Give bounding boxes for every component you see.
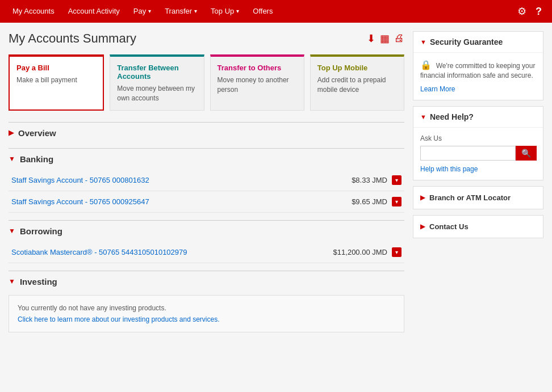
overview-section: ▶ Overview bbox=[9, 122, 404, 144]
investing-empty-link[interactable]: Click here to learn more about our inves… bbox=[18, 315, 220, 323]
borrowing-account-1: Scotiabank Mastercard® - 50765 544310501… bbox=[9, 242, 404, 263]
action-card-transfer-others[interactable]: Transfer to Others Move money to another… bbox=[210, 54, 304, 111]
borrowing-header[interactable]: ▼ Borrowing bbox=[9, 221, 404, 242]
pay-bill-desc: Make a bill payment bbox=[16, 75, 96, 85]
investing-header[interactable]: ▼ Investing bbox=[9, 271, 404, 292]
main-container: My Accounts Summary ⬇ ▦ 🖨 Pay a Bill Mak… bbox=[0, 23, 552, 348]
top-up-desc: Add credit to a prepaid mobile device bbox=[317, 75, 397, 95]
pay-dropdown-arrow: ▾ bbox=[148, 0, 151, 23]
banking-account-1-dropdown[interactable]: ▾ bbox=[392, 175, 402, 185]
branch-atm-arrow: ▶ bbox=[420, 194, 425, 201]
nav-pay[interactable]: Pay ▾ bbox=[127, 0, 158, 23]
transfer-between-title: Transfer Between Accounts bbox=[117, 64, 196, 81]
security-header-label: Security Guarantee bbox=[430, 37, 503, 47]
security-text: We're committed to keeping your financia… bbox=[420, 62, 535, 79]
contact-us-arrow: ▶ bbox=[420, 223, 425, 230]
overview-label: Overview bbox=[18, 128, 56, 138]
lock-icon: 🔒 bbox=[420, 60, 432, 70]
overview-header[interactable]: ▶ Overview bbox=[9, 123, 404, 144]
need-help-widget: ▼ Need Help? Ask Us 🔍 Help with this pag… bbox=[413, 106, 543, 180]
transfer-dropdown-arrow: ▾ bbox=[194, 0, 197, 23]
nav-account-activity[interactable]: Account Activity bbox=[61, 0, 127, 23]
help-with-page-link[interactable]: Help with this page bbox=[420, 165, 536, 173]
branch-atm-widget: ▶ Branch or ATM Locator bbox=[413, 186, 543, 209]
security-widget-header[interactable]: ▼ Security Guarantee bbox=[413, 32, 543, 53]
security-arrow: ▼ bbox=[420, 39, 426, 45]
contact-us-widget: ▶ Contact Us bbox=[413, 215, 543, 238]
top-up-title: Top Up Mobile bbox=[317, 64, 397, 72]
nav-my-accounts[interactable]: My Accounts bbox=[6, 0, 61, 23]
security-widget-body: 🔒 We're committed to keeping your financ… bbox=[413, 53, 543, 100]
settings-icon[interactable]: ⚙ bbox=[513, 0, 531, 23]
need-help-header[interactable]: ▼ Need Help? bbox=[413, 107, 543, 128]
help-search-button[interactable]: 🔍 bbox=[516, 146, 537, 161]
banking-account-2: Staff Savings Account - 50765 000925647 … bbox=[9, 191, 404, 213]
investing-empty-text: You currently do not have any investing … bbox=[18, 304, 395, 312]
need-help-label: Need Help? bbox=[430, 112, 474, 121]
nav-top-up[interactable]: Top Up ▾ bbox=[204, 0, 246, 23]
contact-us-label: Contact Us bbox=[429, 222, 469, 231]
help-icon[interactable]: ? bbox=[531, 0, 546, 23]
banking-account-1-link[interactable]: Staff Savings Account - 50765 000801632 bbox=[11, 176, 149, 184]
banking-account-2-right: $9.65 JMD ▾ bbox=[352, 197, 402, 206]
banking-content: Staff Savings Account - 50765 000801632 … bbox=[9, 170, 404, 216]
right-panel: ▼ Security Guarantee 🔒 We're committed t… bbox=[413, 31, 543, 340]
learn-more-link[interactable]: Learn More bbox=[420, 85, 536, 93]
borrowing-section: ▼ Borrowing Scotiabank Mastercard® - 507… bbox=[9, 220, 404, 266]
security-widget: ▼ Security Guarantee 🔒 We're committed t… bbox=[413, 31, 543, 100]
investing-label: Investing bbox=[20, 277, 57, 286]
pay-bill-title: Pay a Bill bbox=[16, 64, 96, 72]
need-help-body: Ask Us 🔍 Help with this page bbox=[413, 128, 543, 180]
need-help-arrow: ▼ bbox=[420, 113, 426, 120]
page-title-row: My Accounts Summary ⬇ ▦ 🖨 bbox=[9, 31, 404, 46]
investing-arrow: ▼ bbox=[9, 277, 15, 285]
action-card-pay-bill[interactable]: Pay a Bill Make a bill payment bbox=[9, 54, 104, 111]
banking-section: ▼ Banking Staff Savings Account - 50765 … bbox=[9, 148, 404, 216]
page-title-icons: ⬇ ▦ 🖨 bbox=[367, 32, 404, 45]
branch-atm-label: Branch or ATM Locator bbox=[429, 193, 511, 202]
banking-account-1: Staff Savings Account - 50765 000801632 … bbox=[9, 170, 404, 191]
banking-arrow: ▼ bbox=[9, 155, 15, 163]
ask-us-label: Ask Us bbox=[420, 134, 536, 142]
help-search-input[interactable] bbox=[420, 146, 516, 161]
page-title: My Accounts Summary bbox=[9, 31, 136, 46]
print-icon[interactable]: 🖨 bbox=[394, 32, 404, 45]
borrowing-account-1-right: $11,200.00 JMD ▾ bbox=[333, 247, 402, 257]
transfer-between-desc: Move money between my own accounts bbox=[117, 84, 196, 103]
transfer-others-desc: Move money to another person bbox=[218, 75, 297, 95]
banking-account-2-balance: $9.65 JMD bbox=[352, 197, 387, 206]
search-row: 🔍 bbox=[420, 146, 536, 161]
investing-empty-state: You currently do not have any investing … bbox=[9, 295, 404, 332]
borrowing-arrow: ▼ bbox=[9, 227, 15, 235]
action-card-top-up[interactable]: Top Up Mobile Add credit to a prepaid mo… bbox=[310, 54, 404, 111]
nav-transfer[interactable]: Transfer ▾ bbox=[158, 0, 204, 23]
banking-label: Banking bbox=[20, 154, 53, 164]
contact-us-header[interactable]: ▶ Contact Us bbox=[413, 216, 543, 238]
topup-dropdown-arrow: ▾ bbox=[236, 0, 239, 23]
banking-account-2-link[interactable]: Staff Savings Account - 50765 000925647 bbox=[11, 197, 149, 206]
banking-account-1-right: $8.33 JMD ▾ bbox=[352, 175, 402, 185]
banking-header[interactable]: ▼ Banking bbox=[9, 149, 404, 170]
export-icon[interactable]: ⬇ bbox=[367, 32, 375, 45]
top-navigation: My Accounts Account Activity Pay ▾ Trans… bbox=[0, 0, 552, 23]
borrowing-label: Borrowing bbox=[20, 226, 62, 236]
borrowing-account-1-dropdown[interactable]: ▾ bbox=[392, 247, 402, 257]
branch-atm-header[interactable]: ▶ Branch or ATM Locator bbox=[413, 187, 543, 209]
grid-icon[interactable]: ▦ bbox=[380, 32, 390, 45]
banking-account-1-balance: $8.33 JMD bbox=[352, 176, 387, 184]
action-card-transfer-between[interactable]: Transfer Between Accounts Move money bet… bbox=[110, 54, 204, 111]
investing-content: You currently do not have any investing … bbox=[9, 295, 404, 335]
action-cards: Pay a Bill Make a bill payment Transfer … bbox=[9, 54, 404, 111]
borrowing-account-1-balance: $11,200.00 JMD bbox=[333, 248, 387, 256]
investing-section: ▼ Investing You currently do not have an… bbox=[9, 271, 404, 335]
banking-account-2-dropdown[interactable]: ▾ bbox=[392, 197, 402, 206]
borrowing-content: Scotiabank Mastercard® - 50765 544310501… bbox=[9, 242, 404, 266]
nav-offers[interactable]: Offers bbox=[246, 0, 279, 23]
transfer-others-title: Transfer to Others bbox=[218, 64, 297, 72]
left-panel: My Accounts Summary ⬇ ▦ 🖨 Pay a Bill Mak… bbox=[9, 31, 413, 340]
borrowing-account-1-link[interactable]: Scotiabank Mastercard® - 50765 544310501… bbox=[11, 248, 187, 256]
overview-arrow: ▶ bbox=[9, 129, 14, 137]
